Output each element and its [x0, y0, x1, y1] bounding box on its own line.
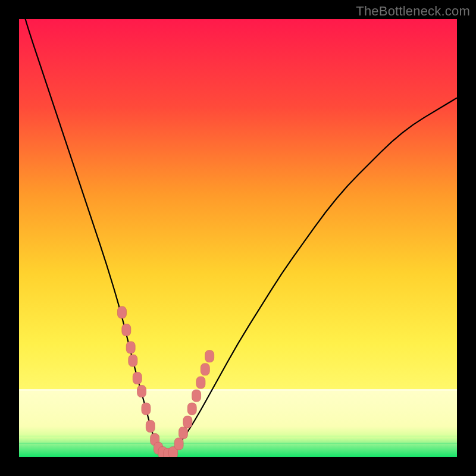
bottleneck-curve [19, 19, 457, 455]
watermark-text: TheBottleneck.com [356, 4, 470, 19]
marker-bead [137, 386, 146, 397]
outer-frame: TheBottleneck.com [0, 0, 476, 476]
marker-bead [192, 390, 201, 402]
marker-bead [133, 372, 142, 384]
plot-area [19, 19, 457, 457]
marker-bead [183, 416, 192, 428]
marker-group [117, 306, 214, 457]
marker-bead [146, 420, 155, 432]
marker-bead [129, 355, 137, 367]
marker-bead [205, 350, 214, 362]
marker-bead [126, 342, 135, 353]
marker-bead [196, 377, 205, 389]
marker-bead [201, 364, 209, 375]
marker-bead [142, 403, 151, 415]
curve-line [19, 19, 457, 455]
marker-bead [187, 403, 196, 415]
marker-bead [179, 427, 188, 439]
curve-layer [19, 19, 457, 457]
marker-bead [117, 306, 126, 318]
marker-bead [174, 438, 183, 450]
marker-bead [122, 324, 131, 336]
